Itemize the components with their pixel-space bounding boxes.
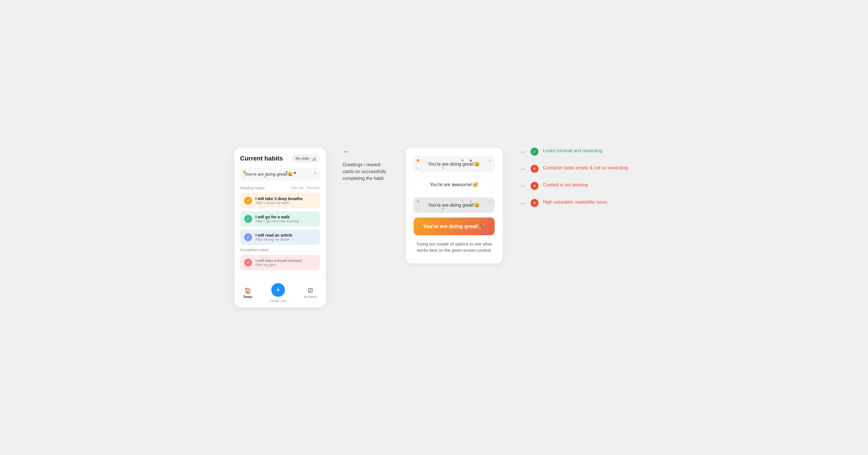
feedback-icon-positive-1: ✓ xyxy=(531,148,538,156)
feedback-icon-negative-3: ✕ xyxy=(531,182,538,190)
nav-all-habits-label: All habits xyxy=(304,295,317,298)
feedback-icon-negative-2: ✕ xyxy=(531,165,538,173)
arrow-right-1: → xyxy=(520,148,526,156)
plus-sign: + xyxy=(285,169,288,174)
completed-section-label: Completed habits xyxy=(240,248,320,252)
arrow-left-icon: ← xyxy=(343,148,351,156)
confetti-dot-red xyxy=(294,172,296,174)
pending-section-label: Pending habits 23th Jan, Thursday xyxy=(240,186,320,190)
create-button[interactable]: + xyxy=(271,283,285,297)
completed-label: Completed habits xyxy=(240,248,269,252)
habit-item-article[interactable]: ✓ I will read an article After having my… xyxy=(240,229,320,245)
feedback-text-1: Looks minimal and rewarding xyxy=(543,148,602,154)
habit-subtitle-article: After having my dinner xyxy=(255,237,316,241)
middle-section: ← Greetings / reward cards on successful… xyxy=(343,148,389,182)
page-wrapper: Current habits My stats 📊 ✦ + ✦ You're a… xyxy=(235,148,634,307)
rcard3-plus: + xyxy=(461,199,464,203)
habit-title-breathe: I will take 3 deep breathe xyxy=(255,196,316,201)
rcard3-dot-red xyxy=(470,201,472,203)
nav-all-habits[interactable]: ☑ All habits xyxy=(304,287,317,298)
habit-text-article: I will read an article After having my d… xyxy=(255,233,316,241)
stats-bar-icon: 📊 xyxy=(311,156,316,161)
pending-label: Pending habits xyxy=(240,186,265,190)
reward-card-1: ✦ + ✦ You're are doing great!😀 xyxy=(413,156,495,172)
my-stats-button[interactable]: My stats 📊 xyxy=(291,155,320,162)
reward-card-4-text: You're are doing great!🎉 xyxy=(423,224,485,229)
check-circle-article: ✓ xyxy=(244,233,252,241)
reward-card-4[interactable]: You're are doing great!🎉 xyxy=(413,218,495,235)
rcard1-star-left: ✦ xyxy=(416,166,419,170)
habit-text-shower: I will take a head shower After my gym xyxy=(255,258,316,267)
center-panel: ✦ + ✦ You're are doing great!😀 You're ar… xyxy=(406,148,503,263)
page-title: Current habits xyxy=(240,155,283,162)
rcard1-dot-orange xyxy=(416,159,419,162)
greeting-card: ✦ + ✦ You're are doing great!😀 xyxy=(240,168,320,181)
reward-card-1-text: You're are doing great!😀 xyxy=(428,162,480,166)
feedback-text-2: Container looks empty & not so rewarding… xyxy=(543,165,629,171)
middle-description: Greetings / reward cards on successfully… xyxy=(343,161,389,182)
habit-title-article: I will read an article xyxy=(255,233,316,237)
feedback-row-1: → ✓ Looks minimal and rewarding xyxy=(520,148,629,156)
rcard1-plus: + xyxy=(461,158,464,162)
nav-today[interactable]: 🏠 Today xyxy=(243,287,252,298)
rcard1-dot-red xyxy=(470,160,472,162)
feedback-row-2: → ✕ Container looks empty & not so rewar… xyxy=(520,165,629,173)
center-caption: Trying out couple of options to see what… xyxy=(413,240,495,255)
habit-subtitle-shower: After my gym xyxy=(255,263,316,267)
nav-create-label: Create new xyxy=(270,299,286,302)
rcard3-star-left: ✦ xyxy=(416,207,419,211)
habit-item-breathe[interactable]: ✓ I will take 3 deep breathe After I, br… xyxy=(240,193,320,208)
habit-title-shower: I will take a head shower xyxy=(255,258,316,263)
pending-date: 23th Jan, Thursday xyxy=(291,186,320,190)
my-stats-label: My stats xyxy=(296,156,309,161)
habit-item-walk[interactable]: ✓ I will go for a walk After I, get up i… xyxy=(240,211,320,227)
phone-card: Current habits My stats 📊 ✦ + ✦ You're a… xyxy=(235,148,326,307)
reward-card-2-text: You're are awesome!🥳 xyxy=(430,182,478,187)
rcard1-star-right: ✦ xyxy=(488,158,492,163)
phone-header: Current habits My stats 📊 xyxy=(240,155,320,162)
arrow-right-3: → xyxy=(520,183,526,190)
habit-item-shower[interactable]: ✓ I will take a head shower After my gym xyxy=(240,255,320,270)
habit-text-breathe: I will take 3 deep breathe After I, brus… xyxy=(255,196,316,205)
check-circle-breathe: ✓ xyxy=(244,197,252,205)
feedback-text-4: High saturated, readablity issue. xyxy=(543,199,609,205)
arrow-right-2: → xyxy=(520,165,526,173)
feedback-row-3: → ✕ Confetti is not working xyxy=(520,182,629,190)
all-habits-icon: ☑ xyxy=(308,287,313,294)
confetti-dot-orange xyxy=(243,170,246,173)
check-circle-walk: ✓ xyxy=(244,215,252,223)
rcard3-dot-blue xyxy=(442,208,444,210)
habit-subtitle-walk: After I, get up in the morning xyxy=(255,219,316,223)
right-panel: → ✓ Looks minimal and rewarding → ✕ Cont… xyxy=(520,148,629,207)
rcard1-dot-blue xyxy=(442,167,444,169)
habit-subtitle-breathe: After I, brush my teeth xyxy=(255,201,316,205)
rcard3-star-right: ✦ xyxy=(488,199,492,204)
reward-card-3: ✦ + ✦ You're are doing great!😀 xyxy=(413,197,495,213)
feedback-text-3: Confetti is not working xyxy=(543,182,588,188)
feedback-icon-negative-4: ✕ xyxy=(531,199,538,207)
bottom-nav: 🏠 Today + Create new ☑ All habits xyxy=(235,279,326,307)
nav-create[interactable]: + Create new xyxy=(270,283,286,302)
home-icon: 🏠 xyxy=(244,287,251,294)
reward-card-3-text: You're are doing great!😀 xyxy=(428,203,480,207)
star-left: ✦ xyxy=(243,174,246,178)
check-circle-shower: ✓ xyxy=(244,259,252,266)
reward-card-2: You're are awesome!🥳 xyxy=(413,176,495,193)
confetti-dot-blue xyxy=(264,175,267,178)
habit-text-walk: I will go for a walk After I, get up in … xyxy=(255,215,316,223)
star-right: ✦ xyxy=(313,170,317,176)
arrow-right-4: → xyxy=(520,200,526,207)
rcard3-dot-gray xyxy=(416,200,419,203)
habit-title-walk: I will go for a walk xyxy=(255,215,316,219)
feedback-row-4: → ✕ High saturated, readablity issue. xyxy=(520,199,629,207)
nav-today-label: Today xyxy=(243,295,252,298)
